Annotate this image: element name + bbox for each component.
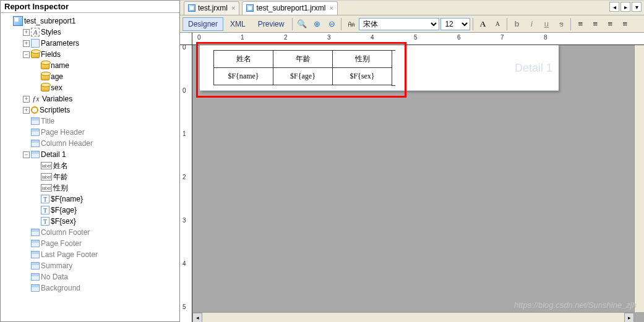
- tree-parameters[interactable]: +Parameters: [23, 38, 179, 49]
- tree-textfield-name[interactable]: T$F{name}: [33, 193, 179, 205]
- tree-page-header[interactable]: Page Header: [23, 127, 179, 138]
- scrollbar-horizontal[interactable]: ◂ ▸: [192, 312, 634, 322]
- table-row[interactable]: $F{name} $F{age} $F{sex}: [214, 68, 392, 85]
- ruler-horizontal: 0 1 2 3 4 5 6 7 8: [192, 33, 644, 45]
- tree-label-sex[interactable]: label性别: [33, 182, 179, 193]
- cell-field-age[interactable]: $F{age}: [273, 68, 333, 85]
- field-icon: [41, 62, 49, 69]
- collapse-icon[interactable]: −: [23, 51, 30, 58]
- tree-fields[interactable]: −Fields: [23, 49, 179, 60]
- textfield-icon: T: [41, 206, 49, 214]
- designer-button[interactable]: Designer: [182, 17, 223, 31]
- tab-list-icon[interactable]: ▾: [632, 2, 642, 12]
- cell-header-age[interactable]: 年龄: [273, 51, 333, 68]
- tree-textfield-age[interactable]: T$F{age}: [33, 205, 179, 216]
- tree-variables[interactable]: +ƒxVariables: [23, 93, 179, 104]
- font-increase-icon[interactable]: A: [476, 17, 489, 31]
- tab-subreport1[interactable]: test_subreport1.jrxml ×: [242, 1, 337, 15]
- tree-summary[interactable]: Summary: [23, 260, 179, 271]
- cell-header-name[interactable]: 姓名: [214, 51, 273, 68]
- section-icon: [31, 284, 40, 292]
- tree-title-section[interactable]: Title: [23, 116, 179, 127]
- zoom-fit-icon[interactable]: 🔍: [295, 17, 309, 31]
- report-inspector-panel: Report Inspector test_subreport1 +AStyle…: [0, 0, 180, 322]
- tree-last-page-footer[interactable]: Last Page Footer: [23, 249, 179, 260]
- bold-icon[interactable]: b: [510, 17, 523, 31]
- close-icon[interactable]: ×: [329, 4, 333, 12]
- extra-column-marker: [392, 50, 395, 86]
- font-tool-icon[interactable]: 🗛: [344, 17, 358, 31]
- separator: [507, 18, 507, 30]
- separator: [473, 18, 473, 30]
- tree-textfield-sex[interactable]: T$F{sex}: [33, 216, 179, 227]
- canvas[interactable]: Detail 1 姓名 年龄 性别 $F{name} $F{age} $F{se…: [200, 45, 644, 322]
- report-table[interactable]: 姓名 年龄 性别 $F{name} $F{age} $F{sex}: [213, 50, 392, 85]
- tree-label: Styles: [41, 28, 61, 36]
- tree-field-name[interactable]: name: [33, 60, 179, 71]
- report-page[interactable]: Detail 1 姓名 年龄 性别 $F{name} $F{age} $F{se…: [200, 45, 559, 91]
- close-icon[interactable]: ×: [231, 4, 235, 12]
- cell-field-name[interactable]: $F{name}: [214, 68, 273, 85]
- expand-icon[interactable]: +: [23, 96, 30, 103]
- scroll-track[interactable]: [202, 313, 624, 322]
- tree-page-footer[interactable]: Page Footer: [23, 238, 179, 249]
- parameters-icon: [31, 39, 40, 48]
- expand-icon[interactable]: +: [23, 107, 30, 114]
- tree-label: Summary: [41, 261, 72, 270]
- strike-icon[interactable]: s: [554, 17, 568, 31]
- tree-label-age[interactable]: label年龄: [33, 171, 179, 182]
- font-size-select[interactable]: 12: [440, 18, 470, 30]
- tree-label: $F{sex}: [51, 217, 76, 226]
- table-row[interactable]: 姓名 年龄 性别: [214, 51, 392, 68]
- tree-label: No Data: [41, 273, 68, 281]
- align-left-icon[interactable]: ≡: [573, 17, 587, 31]
- tree-styles[interactable]: +AStyles: [23, 27, 179, 38]
- scroll-right-icon[interactable]: ▸: [624, 313, 634, 322]
- expand-icon[interactable]: +: [23, 40, 30, 47]
- tree-field-age[interactable]: age: [33, 71, 179, 82]
- tree-column-footer[interactable]: Column Footer: [23, 227, 179, 238]
- font-select[interactable]: 宋体: [359, 18, 439, 30]
- collapse-icon[interactable]: −: [23, 151, 30, 158]
- tree-no-data[interactable]: No Data: [23, 271, 179, 282]
- tree-label-name[interactable]: label姓名: [33, 160, 179, 171]
- detail-band[interactable]: Detail 1 姓名 年龄 性别 $F{name} $F{age} $F{se…: [200, 45, 559, 91]
- textfield-icon: T: [41, 217, 49, 226]
- tree-column-header[interactable]: Column Header: [23, 138, 179, 149]
- tree-label: Scriptlets: [40, 106, 70, 114]
- align-justify-icon[interactable]: ≡: [618, 17, 632, 31]
- tree-root[interactable]: test_subreport1: [13, 15, 179, 27]
- zoom-out-icon[interactable]: ⊖: [325, 17, 338, 31]
- tree-label: age: [51, 72, 63, 81]
- tab-next-icon[interactable]: ▸: [620, 2, 630, 12]
- inspector-tree[interactable]: test_subreport1 +AStyles +Parameters −Fi…: [1, 13, 179, 321]
- font-decrease-icon[interactable]: A: [491, 17, 504, 31]
- tab-prev-icon[interactable]: ◂: [609, 2, 619, 12]
- cell-field-sex[interactable]: $F{sex}: [333, 68, 392, 85]
- zoom-in-icon[interactable]: ⊕: [310, 17, 324, 31]
- separator: [292, 18, 293, 30]
- tree-label: Title: [41, 117, 54, 125]
- tree-label: Background: [41, 284, 80, 292]
- section-icon: [31, 240, 40, 247]
- cell-header-sex[interactable]: 性别: [333, 51, 392, 68]
- tab-label: test_subreport1.jrxml: [256, 4, 325, 12]
- align-center-icon[interactable]: ≡: [588, 17, 602, 31]
- italic-icon[interactable]: i: [525, 17, 538, 31]
- tree-background[interactable]: Background: [23, 282, 179, 294]
- label-icon: label: [41, 162, 52, 169]
- section-icon: [31, 129, 40, 136]
- tree-scriptlets[interactable]: +Scriptlets: [23, 104, 179, 116]
- scroll-left-icon[interactable]: ◂: [192, 313, 202, 322]
- expand-icon[interactable]: +: [23, 29, 30, 36]
- scrollbar-vertical[interactable]: [634, 45, 644, 312]
- ruler-corner: [180, 33, 192, 45]
- underline-icon[interactable]: u: [539, 17, 553, 31]
- tree-detail-1[interactable]: −Detail 1: [23, 149, 179, 160]
- preview-button[interactable]: Preview: [252, 17, 290, 31]
- align-right-icon[interactable]: ≡: [603, 17, 617, 31]
- tab-test[interactable]: test.jrxml ×: [184, 1, 239, 15]
- tree-field-sex[interactable]: sex: [33, 82, 179, 93]
- tree-label: sex: [51, 83, 62, 92]
- xml-button[interactable]: XML: [225, 17, 251, 31]
